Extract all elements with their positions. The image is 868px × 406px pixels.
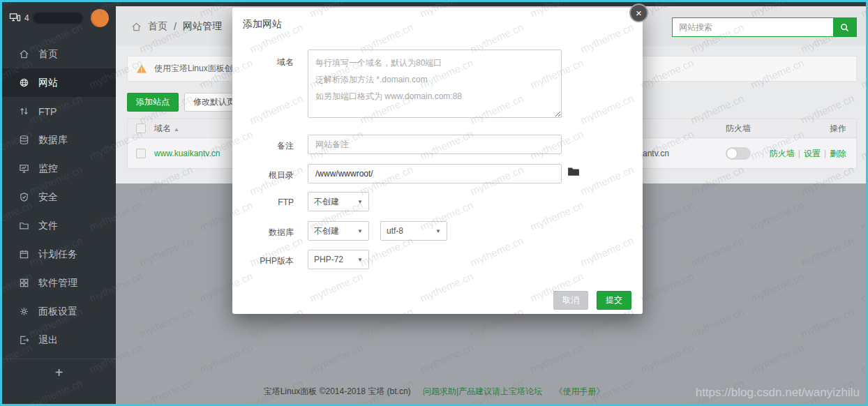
add-site-modal: 添加网站 × 域名 备注 根目录 FTP 不创建▼ 数据库 不创建▼ utf-8… — [232, 8, 643, 314]
svg-text:!: ! — [141, 66, 143, 73]
sidebar-item-ftp[interactable]: FTP — [2, 97, 116, 126]
breadcrumb-home[interactable]: 首页 — [148, 20, 167, 33]
site-search-button[interactable] — [833, 18, 856, 36]
sidebar-item-database[interactable]: 数据库 — [2, 126, 116, 154]
sidebar-item-logout[interactable]: 退出 — [2, 326, 116, 354]
gear-icon — [19, 306, 29, 317]
sidebar-item-home[interactable]: 首页 — [2, 40, 116, 68]
domain-header[interactable]: 域名▲ — [154, 123, 179, 135]
select-all-checkbox[interactable] — [136, 123, 146, 133]
database-select-value: 不创建 — [314, 225, 339, 237]
sidebar-item-label: 安全 — [38, 191, 58, 204]
server-monitor-icon — [9, 12, 21, 24]
browse-folder-icon[interactable] — [567, 166, 580, 179]
sidebar-item-label: 计划任务 — [38, 248, 77, 261]
site-search — [672, 17, 857, 37]
site-remark-fragment: antv.cn — [643, 149, 669, 158]
sidebar-item-label: 文件 — [38, 220, 58, 232]
php-field-label: PHP版本 — [232, 255, 294, 267]
sidebar-item-security[interactable]: 安全 — [2, 183, 116, 211]
warning-icon: ! — [136, 63, 147, 74]
sidebar-add-button[interactable]: + — [2, 359, 116, 386]
close-icon[interactable]: × — [629, 3, 648, 22]
footer-forum-link[interactable]: 问题求助|产品建议请上宝塔论坛 — [423, 386, 542, 396]
footer-manual-link[interactable]: 《使用手册》 — [554, 386, 604, 396]
add-site-button[interactable]: 添加站点 — [127, 93, 179, 112]
sidebar: 4 首页 网站 FTP 数据库 监控 — [2, 2, 116, 404]
root-dir-field-label: 根目录 — [232, 170, 294, 181]
sidebar-item-website[interactable]: 网站 — [2, 68, 116, 97]
php-select-value: PHP-72 — [314, 255, 343, 264]
database-field-label: 数据库 — [232, 227, 294, 239]
site-domain-link[interactable]: www.kuaikantv.cn — [154, 149, 220, 158]
chevron-down-icon: ▼ — [435, 228, 441, 234]
row-checkbox[interactable] — [136, 149, 146, 158]
footer-copyright: 宝塔Linux面板 ©2014-2018 宝塔 (bt.cn) — [264, 386, 411, 396]
shield-icon — [19, 192, 29, 202]
sidebar-item-label: 退出 — [38, 334, 58, 347]
sidebar-item-panel-settings[interactable]: 面板设置 — [2, 297, 116, 326]
chevron-down-icon: ▼ — [357, 228, 363, 234]
site-search-input[interactable] — [673, 18, 833, 36]
cancel-button[interactable]: 取消 — [553, 291, 588, 310]
charset-select-value: utf-8 — [387, 226, 403, 236]
ftp-field-label: FTP — [232, 197, 294, 207]
domain-field-label: 域名 — [232, 57, 294, 68]
sidebar-item-label: 数据库 — [38, 134, 68, 146]
avatar[interactable] — [91, 9, 109, 27]
sidebar-item-label: 首页 — [38, 48, 58, 61]
firewall-header: 防火墙 — [717, 123, 759, 135]
breadcrumb-current: 网站管理 — [183, 20, 222, 33]
sidebar-item-cron[interactable]: 计划任务 — [2, 240, 116, 269]
apps-grid-icon — [19, 278, 29, 288]
breadcrumb: 首页 / 网站管理 — [131, 20, 222, 33]
sidebar-header: 4 — [2, 2, 116, 34]
sidebar-nav: 首页 网站 FTP 数据库 监控 安全 — [2, 40, 116, 354]
actions-header: 操作 — [830, 123, 846, 135]
search-icon — [839, 22, 850, 33]
modal-title: 添加网站 — [243, 18, 282, 31]
database-select[interactable]: 不创建▼ — [308, 221, 369, 241]
chevron-down-icon: ▼ — [357, 199, 363, 205]
ftp-select-value: 不创建 — [314, 196, 339, 208]
home-icon — [19, 49, 29, 59]
globe-icon — [19, 77, 29, 88]
charset-select[interactable]: utf-8▼ — [380, 221, 447, 241]
sidebar-item-files[interactable]: 文件 — [2, 211, 116, 240]
settings-action-link[interactable]: 设置 — [804, 148, 821, 158]
database-icon — [19, 135, 29, 145]
root-dir-input[interactable] — [308, 164, 562, 183]
breadcrumb-home-icon — [131, 22, 142, 32]
site-toolbar: 添加站点 修改默认页 — [127, 93, 244, 112]
modal-footer: 取消 提交 — [553, 291, 631, 310]
php-version-select[interactable]: PHP-72▼ — [308, 250, 369, 269]
ftp-select[interactable]: 不创建▼ — [308, 192, 369, 211]
domain-textarea[interactable] — [308, 50, 562, 118]
action-separator: | — [824, 148, 826, 158]
screen: 4 首页 网站 FTP 数据库 监控 — [0, 0, 868, 406]
firewall-action-link[interactable]: 防火墙 — [770, 148, 795, 158]
sidebar-item-label: 网站 — [38, 77, 58, 89]
sort-asc-icon: ▲ — [174, 126, 179, 133]
delete-action-link[interactable]: 删除 — [830, 148, 846, 158]
remark-input[interactable] — [308, 135, 562, 154]
toggle-knob — [726, 148, 738, 159]
folder-icon — [19, 220, 29, 231]
logout-icon — [19, 335, 29, 345]
monitor-icon — [19, 163, 29, 174]
alert-text: 使用宝塔Linux面板创 — [154, 63, 233, 75]
breadcrumb-separator: / — [174, 21, 177, 32]
sidebar-item-label: FTP — [38, 106, 57, 117]
redacted-server-name — [33, 13, 83, 24]
row-actions: 防火墙|设置|删除 — [770, 147, 846, 159]
chevron-down-icon: ▼ — [357, 257, 363, 263]
sidebar-item-label: 监控 — [38, 163, 58, 175]
submit-button[interactable]: 提交 — [597, 291, 631, 310]
firewall-toggle[interactable] — [726, 147, 751, 160]
calendar-icon — [19, 249, 29, 260]
sidebar-item-software[interactable]: 软件管理 — [2, 269, 116, 297]
sidebar-item-label: 面板设置 — [38, 306, 77, 318]
server-name-prefix: 4 — [24, 13, 29, 23]
sidebar-item-label: 软件管理 — [38, 277, 77, 290]
sidebar-item-monitor[interactable]: 监控 — [2, 154, 116, 183]
